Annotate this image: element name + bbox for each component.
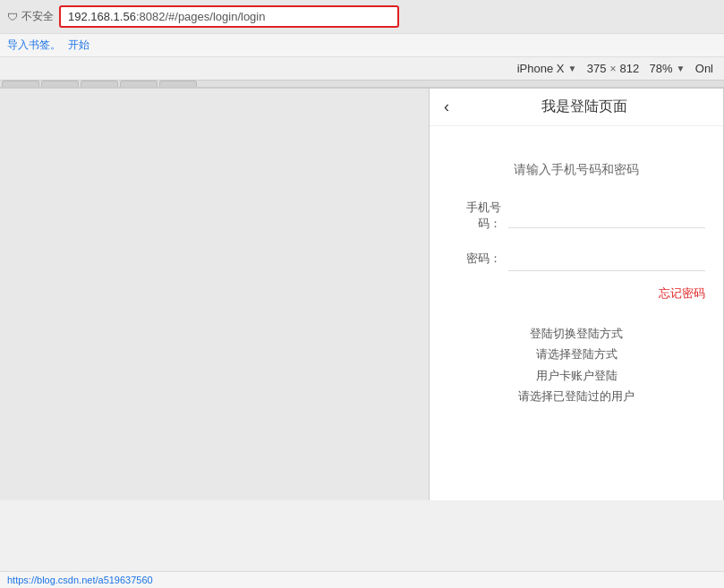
device-zoom: 78%	[649, 62, 672, 75]
phone-nav: ‹ 我是登陆页面	[430, 89, 723, 126]
phone-field-label: 手机号码：	[447, 200, 501, 232]
card-login-text: 用户卡账户登陆	[447, 365, 705, 386]
shield-icon: 🛡	[7, 11, 18, 23]
device-name: iPhone X	[517, 62, 565, 75]
left-panel	[0, 89, 429, 500]
tab-strip	[0, 81, 724, 89]
devtools-toolbar: iPhone X ▼ 375 × 812 78% ▼ Onl	[0, 57, 724, 81]
tab-item-2[interactable]	[41, 81, 79, 87]
password-input[interactable]	[508, 246, 705, 271]
security-indicator: 🛡 不安全	[7, 9, 54, 24]
phone-field-row: 手机号码：	[447, 200, 705, 232]
tab-item-4[interactable]	[120, 81, 158, 87]
status-url: https://blog.csdn.net/a519637560	[7, 575, 153, 585]
address-host: 192.168.1.56	[68, 10, 136, 23]
address-port-path: :8082/#/pages/login/login	[136, 10, 266, 23]
select-user-text: 请选择已登陆过的用户	[447, 386, 705, 406]
status-bar: https://blog.csdn.net/a519637560	[0, 571, 724, 588]
forgot-password-link[interactable]: 忘记密码	[447, 285, 705, 302]
address-text: 192.168.1.56:8082/#/pages/login/login	[68, 10, 265, 23]
back-arrow-icon[interactable]: ‹	[444, 98, 449, 116]
bookmarks-bar: 导入书签。 开始	[0, 33, 724, 57]
start-link[interactable]: 开始	[68, 38, 89, 53]
phone-page-title: 我是登陆页面	[460, 98, 709, 116]
phone-frame: ‹ 我是登陆页面 请输入手机号码和密码 手机号码： 密码： 忘记密码 登陆切换登…	[429, 89, 724, 500]
address-bar-row: 🛡 不安全 192.168.1.56:8082/#/pages/login/lo…	[0, 0, 724, 33]
phone-input[interactable]	[508, 203, 705, 228]
import-bookmarks-link[interactable]: 导入书签。	[7, 38, 61, 53]
password-field-label: 密码：	[447, 251, 501, 267]
password-field-row: 密码：	[447, 246, 705, 271]
device-width: 375	[587, 62, 607, 75]
device-sep1	[580, 63, 583, 75]
device-dropdown-arrow: ▼	[567, 64, 576, 73]
switch-login-text: 登陆切换登陆方式	[447, 323, 705, 344]
choose-method-text: 请选择登陆方式	[447, 344, 705, 364]
tab-item-3[interactable]	[81, 81, 118, 87]
device-selector[interactable]: iPhone X ▼ 375 × 812 78% ▼ Onl	[512, 60, 719, 77]
tab-item-5[interactable]	[159, 81, 197, 87]
login-hint: 请输入手机号码和密码	[514, 162, 639, 178]
device-x-sep: ×	[609, 63, 616, 75]
main-area: ‹ 我是登陆页面 请输入手机号码和密码 手机号码： 密码： 忘记密码 登陆切换登…	[0, 89, 724, 500]
tab-item-1[interactable]	[2, 81, 39, 87]
device-sep2	[643, 63, 645, 75]
login-options: 登陆切换登陆方式 请选择登陆方式 用户卡账户登陆 请选择已登陆过的用户	[447, 323, 705, 407]
device-sep3	[688, 63, 691, 75]
online-indicator: Onl	[695, 62, 713, 75]
address-box[interactable]: 192.168.1.56:8082/#/pages/login/login	[59, 5, 399, 28]
device-height: 812	[619, 62, 639, 75]
security-label: 不安全	[21, 9, 54, 24]
phone-content: 请输入手机号码和密码 手机号码： 密码： 忘记密码 登陆切换登陆方式 请选择登陆…	[430, 126, 723, 500]
zoom-dropdown-arrow: ▼	[677, 64, 686, 73]
